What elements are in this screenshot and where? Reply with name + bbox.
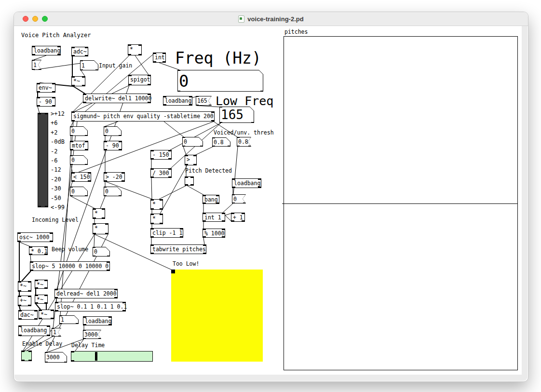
toggle-enable-delay[interactable] <box>21 351 32 361</box>
number-freq-display[interactable]: 0 <box>177 70 263 92</box>
vu-scale-label: -6 <box>51 157 57 164</box>
msg-3000[interactable]: 3000 <box>83 330 101 339</box>
number-beep-volume[interactable]: 0 <box>93 247 110 257</box>
obj-times-a: * <box>93 208 105 219</box>
number-delay-ms[interactable]: 3000 <box>45 352 67 363</box>
number-pitch-low[interactable]: 0 <box>70 187 88 196</box>
number-delay-enable[interactable]: 1 <box>59 315 79 324</box>
number-level-ok[interactable]: 0 <box>104 187 122 196</box>
obj-times-sig-c: *~ <box>35 295 48 304</box>
obj-greaterthan-neg20: > -20 <box>104 172 125 182</box>
msg-1-inputgain[interactable]: 1 <box>32 60 41 70</box>
vu-scale-label: -20 <box>51 176 61 183</box>
obj-env: env~ <box>37 83 55 93</box>
obj-loadbang-3000: loadbang <box>83 316 112 325</box>
number-thresh[interactable]: 0.8 <box>212 137 230 147</box>
msg-1-delay-value: 1 <box>53 329 56 336</box>
vu-meter-incoming-level: >+12+6+2-0dB-2-6-12-20-30-50<-99 <box>38 113 48 207</box>
obj-int-1: int 1 <box>203 213 225 222</box>
obj-osc-1000: osc~ 1000 <box>17 232 53 242</box>
obj-times-sig-a: *~ <box>18 281 31 292</box>
number-env-raw-value: 0 <box>105 128 108 135</box>
canvas-too-low-indicator <box>171 270 263 362</box>
msg-1-delay[interactable]: 1 <box>52 328 61 337</box>
comment-enable-delay: Enable Delay <box>22 341 62 347</box>
obj-loadbang-reset: loadbang <box>232 178 261 188</box>
comment-beep-volume: Beep volume <box>52 246 88 253</box>
msg-0[interactable]: 0 <box>232 194 246 203</box>
hslider-delay-time[interactable] <box>71 351 153 362</box>
obj-times-sig-b: *~ <box>35 280 48 289</box>
number-freq-display-value: 0 <box>179 71 189 91</box>
obj-bang: bang <box>203 195 219 204</box>
msg-0point8-value: 0.8 <box>238 138 248 145</box>
number-pitch-low-value: 0 <box>71 188 75 195</box>
number-quality-value: 0 <box>184 138 187 145</box>
obj-times-0point1: * 0.1 <box>29 246 48 255</box>
number-pitch-hz[interactable]: 0 <box>70 155 88 165</box>
array-label-pitches: pitches <box>284 29 308 35</box>
vu-scale-label: -50 <box>51 195 61 202</box>
msg-3000-value: 3000 <box>84 331 98 338</box>
number-pitch-raw[interactable]: 0 <box>70 126 88 136</box>
array-trace-line <box>282 203 517 204</box>
msg-0point8[interactable]: 0.8 <box>237 137 251 147</box>
obj-sigmund: sigmund~ pitch env quality -stabletime 2… <box>71 111 215 122</box>
obj-minus90-env: - 90 <box>37 97 55 107</box>
msg-1-inputgain-value: 1 <box>33 62 37 68</box>
comment-incoming-level: Incoming Level <box>32 217 79 223</box>
vu-scale-label: -12 <box>51 166 61 173</box>
comment-voice-pitch-analyzer: Voice Pitch Analyzer <box>21 32 91 39</box>
obj-delread: delread~ del1 2000 <box>54 289 118 298</box>
obj-minus90-b: - 90 <box>104 141 122 150</box>
msg-165[interactable]: 165 <box>196 96 212 106</box>
comment-low-freq: Low Freq <box>216 95 273 108</box>
msg-0-value: 0 <box>233 196 237 203</box>
screenshot-root: voice-training-2.pd Voice Pitch Analyzer… <box>0 0 541 392</box>
obj-mtof: mtof <box>70 141 88 150</box>
number-delay-enable-value: 1 <box>61 316 64 323</box>
number-low-freq[interactable]: 165 <box>219 107 254 123</box>
obj-times-b: * <box>93 223 108 234</box>
obj-loadbang-inputgain: loadbang <box>32 46 61 55</box>
comment-delay-time: Delay Time <box>71 342 105 349</box>
vu-scale-label: -0dB <box>51 138 65 145</box>
obj-spigot: spigot <box>128 75 151 85</box>
vu-scale-label: <-99 <box>51 204 65 211</box>
obj-delwrite: delwrite~ del1 10000 <box>83 94 151 103</box>
comment-voiced-unv-thresh: Voiced/unv. thresh <box>214 130 274 136</box>
obj-times-sig-input: *~ <box>71 76 85 86</box>
obj-plus-1: + 1 <box>231 213 245 222</box>
comment-freq-hz: Freq (Hz) <box>175 49 261 68</box>
obj-times-d: * <box>150 214 163 224</box>
obj-slop-beep: slop~ 5 10000 0 10000 0 <box>30 261 110 271</box>
obj-dac: dac~ <box>18 310 38 320</box>
obj-times-c: * <box>150 199 163 210</box>
number-input-gain-value: 1 <box>81 62 85 69</box>
obj-minus-150: - 150 <box>150 150 172 160</box>
obj-clip: clip -1 1 <box>150 228 183 238</box>
obj-times-sig-d: *~ <box>39 310 54 319</box>
number-delay-ms-value: 3000 <box>46 354 60 361</box>
number-beep-volume-value: 0 <box>94 248 97 255</box>
vu-scale-label: +6 <box>51 120 57 126</box>
graph-array-pitches[interactable] <box>284 36 518 370</box>
number-env-raw[interactable]: 0 <box>104 126 122 136</box>
number-low-freq-value: 165 <box>221 108 243 122</box>
obj-lessthan-150: < 150 <box>71 172 91 182</box>
toggle-pitch-detected[interactable] <box>185 176 194 186</box>
comment-too-low: Too Low! <box>173 261 199 267</box>
obj-plus-sig: +~ <box>18 296 31 306</box>
number-quality[interactable]: 0 <box>182 137 203 147</box>
vu-scale-label: -2 <box>51 148 57 155</box>
obj-loadbang-delay: loadbang <box>18 325 50 336</box>
comment-pitch-detected: Pitch Detected <box>185 168 232 174</box>
number-level-ok-value: 0 <box>105 188 108 195</box>
number-thresh-value: 0.8 <box>214 139 224 146</box>
number-input-gain[interactable]: 1 <box>80 60 98 70</box>
msg-165-value: 165 <box>197 97 207 104</box>
delay-time-slider-handle[interactable] <box>95 352 97 361</box>
obj-slop-delay: slop~ 0.1 1 0.1 1 0.1 <box>55 302 126 311</box>
obj-mod-1000: % 1000 <box>203 229 225 238</box>
obj-tabwrite-pitches: tabwrite pitches <box>150 244 206 254</box>
